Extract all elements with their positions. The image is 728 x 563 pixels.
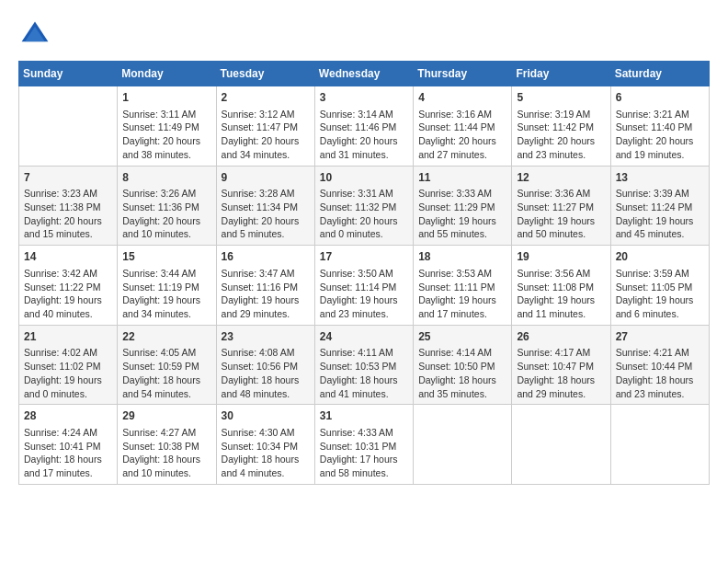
calendar-cell: 1Sunrise: 3:11 AM Sunset: 11:49 PM Dayli… (118, 86, 216, 167)
day-info: Sunrise: 3:47 AM Sunset: 11:16 PM Daylig… (222, 267, 310, 321)
calendar-cell: 6Sunrise: 3:21 AM Sunset: 11:40 PM Dayli… (610, 86, 709, 167)
calendar-header-tuesday: Tuesday (216, 62, 314, 86)
day-number: 11 (418, 170, 506, 186)
day-info: Sunrise: 4:27 AM Sunset: 10:38 PM Daylig… (122, 426, 210, 480)
calendar-cell: 15Sunrise: 3:44 AM Sunset: 11:19 PM Dayl… (118, 246, 216, 326)
calendar-week-row: 14Sunrise: 3:42 AM Sunset: 11:22 PM Dayl… (19, 246, 710, 326)
calendar-cell: 19Sunrise: 3:56 AM Sunset: 11:08 PM Dayl… (512, 246, 610, 326)
day-info: Sunrise: 4:02 AM Sunset: 11:02 PM Daylig… (24, 346, 112, 400)
calendar-cell (19, 86, 118, 167)
day-info: Sunrise: 3:50 AM Sunset: 11:14 PM Daylig… (320, 267, 408, 321)
day-number: 30 (222, 408, 310, 424)
calendar-table: SundayMondayTuesdayWednesdayThursdayFrid… (18, 61, 710, 485)
day-number: 12 (517, 170, 605, 186)
calendar-cell: 23Sunrise: 4:08 AM Sunset: 10:56 PM Dayl… (216, 325, 314, 405)
calendar-cell: 21Sunrise: 4:02 AM Sunset: 11:02 PM Dayl… (19, 325, 118, 405)
day-info: Sunrise: 3:28 AM Sunset: 11:34 PM Daylig… (222, 187, 310, 241)
day-info: Sunrise: 3:31 AM Sunset: 11:32 PM Daylig… (320, 187, 408, 241)
day-number: 14 (24, 249, 112, 265)
day-info: Sunrise: 3:53 AM Sunset: 11:11 PM Daylig… (418, 267, 506, 321)
day-number: 18 (418, 249, 506, 265)
day-number: 27 (616, 329, 704, 345)
day-number: 10 (320, 170, 408, 186)
calendar-cell: 30Sunrise: 4:30 AM Sunset: 10:34 PM Dayl… (216, 405, 314, 485)
day-info: Sunrise: 3:23 AM Sunset: 11:38 PM Daylig… (24, 187, 112, 241)
calendar-header-saturday: Saturday (610, 62, 709, 86)
day-number: 8 (122, 170, 210, 186)
calendar-header-monday: Monday (118, 62, 216, 86)
calendar-cell: 31Sunrise: 4:33 AM Sunset: 10:31 PM Dayl… (314, 405, 413, 485)
calendar-cell: 10Sunrise: 3:31 AM Sunset: 11:32 PM Dayl… (314, 166, 413, 246)
calendar-cell (414, 405, 512, 485)
calendar-cell: 17Sunrise: 3:50 AM Sunset: 11:14 PM Dayl… (314, 246, 413, 326)
day-number: 6 (616, 90, 704, 106)
calendar-cell: 24Sunrise: 4:11 AM Sunset: 10:53 PM Dayl… (314, 325, 413, 405)
day-info: Sunrise: 3:26 AM Sunset: 11:36 PM Daylig… (122, 187, 210, 241)
day-number: 25 (418, 329, 506, 345)
day-info: Sunrise: 4:21 AM Sunset: 10:44 PM Daylig… (616, 346, 704, 400)
calendar-header-thursday: Thursday (414, 62, 512, 86)
day-info: Sunrise: 3:56 AM Sunset: 11:08 PM Daylig… (517, 267, 605, 321)
calendar-cell (512, 405, 610, 485)
day-number: 13 (616, 170, 704, 186)
day-info: Sunrise: 3:36 AM Sunset: 11:27 PM Daylig… (517, 187, 605, 241)
day-info: Sunrise: 3:21 AM Sunset: 11:40 PM Daylig… (616, 108, 704, 162)
logo-icon (18, 18, 51, 52)
day-info: Sunrise: 4:24 AM Sunset: 10:41 PM Daylig… (24, 426, 112, 480)
page-header (18, 18, 710, 52)
calendar-cell: 22Sunrise: 4:05 AM Sunset: 10:59 PM Dayl… (118, 325, 216, 405)
day-number: 24 (320, 329, 408, 345)
calendar-week-row: 28Sunrise: 4:24 AM Sunset: 10:41 PM Dayl… (19, 405, 710, 485)
day-number: 31 (320, 408, 408, 424)
calendar-cell: 28Sunrise: 4:24 AM Sunset: 10:41 PM Dayl… (19, 405, 118, 485)
day-info: Sunrise: 4:08 AM Sunset: 10:56 PM Daylig… (222, 346, 310, 400)
day-number: 17 (320, 249, 408, 265)
day-info: Sunrise: 4:05 AM Sunset: 10:59 PM Daylig… (122, 346, 210, 400)
day-number: 1 (122, 90, 210, 106)
day-number: 19 (517, 249, 605, 265)
calendar-cell: 20Sunrise: 3:59 AM Sunset: 11:05 PM Dayl… (610, 246, 709, 326)
day-info: Sunrise: 4:30 AM Sunset: 10:34 PM Daylig… (222, 426, 310, 480)
calendar-header-sunday: Sunday (19, 62, 118, 86)
calendar-header-wednesday: Wednesday (314, 62, 413, 86)
logo (18, 18, 55, 52)
calendar-cell: 5Sunrise: 3:19 AM Sunset: 11:42 PM Dayli… (512, 86, 610, 167)
calendar-cell: 18Sunrise: 3:53 AM Sunset: 11:11 PM Dayl… (414, 246, 512, 326)
calendar-cell: 26Sunrise: 4:17 AM Sunset: 10:47 PM Dayl… (512, 325, 610, 405)
day-number: 16 (222, 249, 310, 265)
calendar-cell: 7Sunrise: 3:23 AM Sunset: 11:38 PM Dayli… (19, 166, 118, 246)
day-number: 7 (24, 170, 112, 186)
day-number: 22 (122, 329, 210, 345)
day-number: 5 (517, 90, 605, 106)
calendar-cell: 14Sunrise: 3:42 AM Sunset: 11:22 PM Dayl… (19, 246, 118, 326)
day-info: Sunrise: 3:14 AM Sunset: 11:46 PM Daylig… (320, 108, 408, 162)
day-info: Sunrise: 3:11 AM Sunset: 11:49 PM Daylig… (122, 108, 210, 162)
calendar-cell: 9Sunrise: 3:28 AM Sunset: 11:34 PM Dayli… (216, 166, 314, 246)
day-info: Sunrise: 3:59 AM Sunset: 11:05 PM Daylig… (616, 267, 704, 321)
calendar-cell: 25Sunrise: 4:14 AM Sunset: 10:50 PM Dayl… (414, 325, 512, 405)
day-number: 21 (24, 329, 112, 345)
day-info: Sunrise: 3:33 AM Sunset: 11:29 PM Daylig… (418, 187, 506, 241)
calendar-cell: 13Sunrise: 3:39 AM Sunset: 11:24 PM Dayl… (610, 166, 709, 246)
day-number: 9 (222, 170, 310, 186)
day-number: 23 (222, 329, 310, 345)
day-number: 15 (122, 249, 210, 265)
day-info: Sunrise: 4:14 AM Sunset: 10:50 PM Daylig… (418, 346, 506, 400)
day-number: 29 (122, 408, 210, 424)
day-info: Sunrise: 4:17 AM Sunset: 10:47 PM Daylig… (517, 346, 605, 400)
calendar-cell: 4Sunrise: 3:16 AM Sunset: 11:44 PM Dayli… (414, 86, 512, 167)
day-number: 4 (418, 90, 506, 106)
calendar-cell: 29Sunrise: 4:27 AM Sunset: 10:38 PM Dayl… (118, 405, 216, 485)
day-info: Sunrise: 3:42 AM Sunset: 11:22 PM Daylig… (24, 267, 112, 321)
calendar-week-row: 1Sunrise: 3:11 AM Sunset: 11:49 PM Dayli… (19, 86, 710, 167)
day-info: Sunrise: 3:19 AM Sunset: 11:42 PM Daylig… (517, 108, 605, 162)
day-info: Sunrise: 3:16 AM Sunset: 11:44 PM Daylig… (418, 108, 506, 162)
day-number: 28 (24, 408, 112, 424)
day-number: 20 (616, 249, 704, 265)
calendar-cell: 27Sunrise: 4:21 AM Sunset: 10:44 PM Dayl… (610, 325, 709, 405)
calendar-header-friday: Friday (512, 62, 610, 86)
calendar-week-row: 21Sunrise: 4:02 AM Sunset: 11:02 PM Dayl… (19, 325, 710, 405)
calendar-cell (610, 405, 709, 485)
calendar-cell: 2Sunrise: 3:12 AM Sunset: 11:47 PM Dayli… (216, 86, 314, 167)
day-info: Sunrise: 3:39 AM Sunset: 11:24 PM Daylig… (616, 187, 704, 241)
